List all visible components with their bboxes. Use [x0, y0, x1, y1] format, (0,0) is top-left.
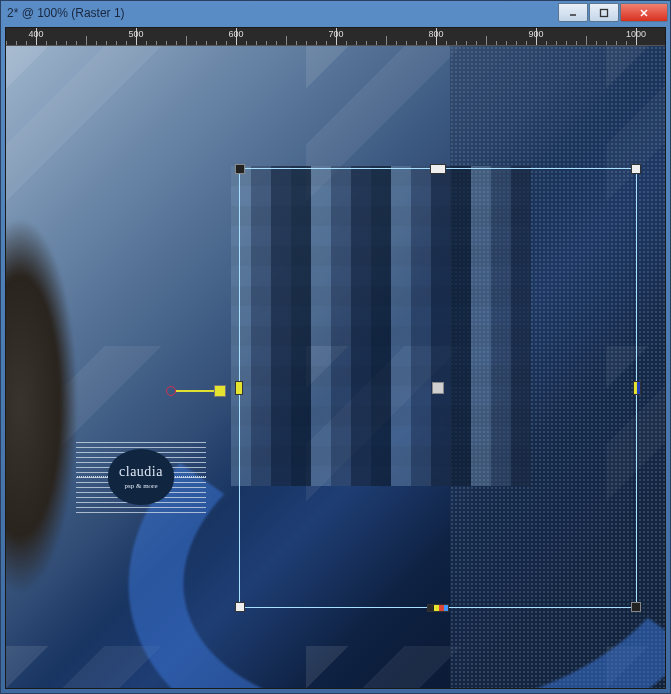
- ruler-label: 800: [428, 29, 443, 39]
- titlebar[interactable]: 2* @ 100% (Raster 1): [1, 1, 670, 25]
- document-frame: 4005006007008009001000 claudia psp & mor…: [5, 27, 666, 689]
- ruler-label: 500: [128, 29, 143, 39]
- ruler-horizontal[interactable]: 4005006007008009001000: [6, 28, 665, 46]
- ruler-label: 900: [528, 29, 543, 39]
- ruler-label: 1000: [626, 29, 646, 39]
- rotation-origin-marker[interactable]: [166, 384, 226, 398]
- ruler-label: 400: [28, 29, 43, 39]
- figure-silhouette: [6, 206, 86, 688]
- maximize-button[interactable]: [589, 3, 619, 22]
- svg-rect-1: [601, 9, 608, 16]
- origin-line: [176, 390, 218, 392]
- watermark-name: claudia: [119, 464, 163, 480]
- watermark-logo: claudia psp & more: [76, 441, 206, 513]
- close-button[interactable]: [620, 3, 668, 22]
- canvas[interactable]: claudia psp & more: [6, 46, 665, 688]
- origin-circle-icon: [166, 386, 176, 396]
- window-controls: [557, 3, 668, 23]
- minimize-button[interactable]: [558, 3, 588, 22]
- window-title: 2* @ 100% (Raster 1): [7, 6, 125, 20]
- watermark-badge: claudia psp & more: [108, 449, 174, 505]
- watermark-sub: psp & more: [124, 482, 157, 490]
- app-window: 2* @ 100% (Raster 1) 4005006007008009001…: [0, 0, 671, 694]
- ruler-label: 700: [328, 29, 343, 39]
- ruler-label: 600: [228, 29, 243, 39]
- origin-handle[interactable]: [214, 385, 226, 397]
